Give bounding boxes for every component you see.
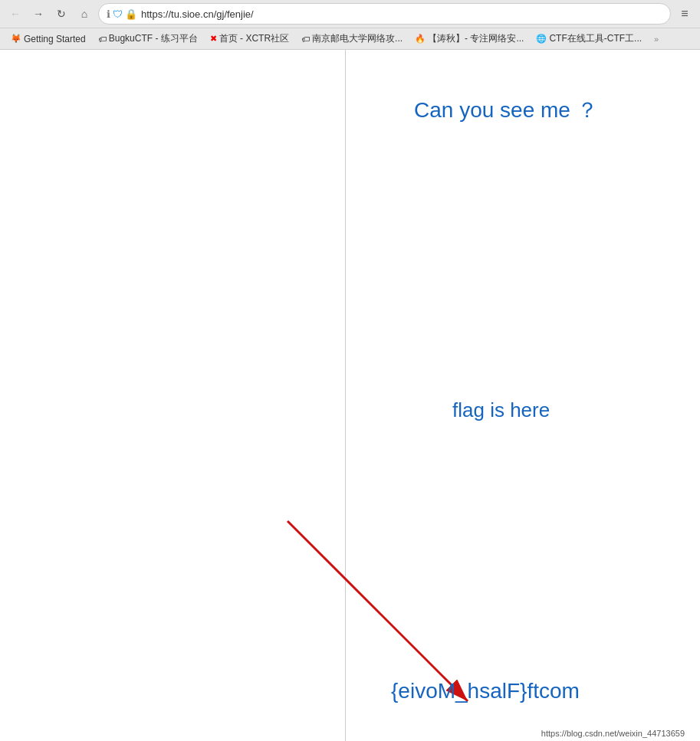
red-arrow [0, 50, 700, 741]
bookmark-more[interactable]: » [649, 33, 663, 45]
info-icon: ℹ [107, 8, 110, 20]
back-button[interactable]: ← [6, 5, 25, 23]
bookmark-label: BugkuCTF - 练习平台 [109, 32, 198, 45]
home-button[interactable]: ⌂ [75, 5, 94, 23]
address-bar[interactable]: ℹ 🛡 🔒 https://tu.sioe.cn/gj/fenjie/ [98, 3, 671, 25]
bookmarks-bar: 🦊 Getting Started 🏷 BugkuCTF - 练习平台 ✖ 首页… [0, 28, 700, 49]
lock-icon: 🔒 [125, 8, 137, 20]
bookmark-xctr[interactable]: ✖ 首页 - XCTR社区 [205, 31, 294, 47]
address-security-icons: ℹ 🛡 🔒 [107, 8, 137, 20]
status-bar: https://blog.csdn.net/weixin_44713659 [541, 729, 685, 738]
bookmark-label: CTF在线工具-CTF工... [549, 32, 642, 45]
globe-icon: 🌐 [536, 34, 547, 44]
browser-chrome: ← → ↻ ⌂ ℹ 🛡 🔒 https://tu.sioe.cn/gj/fenj… [0, 0, 700, 50]
bookmark-label: 【涛秋】- 专注网络安... [428, 32, 524, 45]
page-content: Can you see me ？ flag is here {eivoM_hsa… [0, 50, 700, 741]
main-heading: Can you see me ？ [414, 96, 598, 125]
x-icon: ✖ [210, 34, 217, 44]
nav-bar: ← → ↻ ⌂ ℹ 🛡 🔒 https://tu.sioe.cn/gj/fenj… [0, 0, 700, 28]
browser-menu-button[interactable]: ≡ [675, 5, 694, 23]
bookmark-njupt[interactable]: 🏷 南京邮电大学网络攻... [297, 31, 407, 47]
bookmark-bugkuctf[interactable]: 🏷 BugkuCTF - 练习平台 [94, 31, 202, 47]
bookmark-label: 南京邮电大学网络攻... [312, 32, 403, 45]
tag-icon: 🏷 [98, 34, 107, 44]
more-icon: » [654, 34, 659, 44]
reload-button[interactable]: ↻ [52, 5, 71, 23]
flag-label: flag is here [452, 398, 550, 422]
flag-value: {eivoM_hsalF}ftcom [391, 679, 580, 703]
bookmark-label: Getting Started [24, 34, 86, 44]
bookmark-taoqiu[interactable]: 🔥 【涛秋】- 专注网络安... [410, 31, 528, 47]
address-text: https://tu.sioe.cn/gj/fenjie/ [141, 8, 662, 20]
firefox-icon: 🦊 [11, 34, 21, 44]
bookmark-getting-started[interactable]: 🦊 Getting Started [6, 32, 90, 46]
tag2-icon: 🏷 [301, 34, 310, 44]
forward-button[interactable]: → [29, 5, 48, 23]
shield-icon: 🛡 [113, 8, 123, 20]
svg-line-1 [288, 521, 468, 701]
bookmark-label: 首页 - XCTR社区 [219, 32, 289, 45]
vertical-divider [345, 50, 346, 741]
bookmark-ctf-tools[interactable]: 🌐 CTF在线工具-CTF工... [531, 31, 646, 47]
fire-icon: 🔥 [415, 34, 426, 44]
